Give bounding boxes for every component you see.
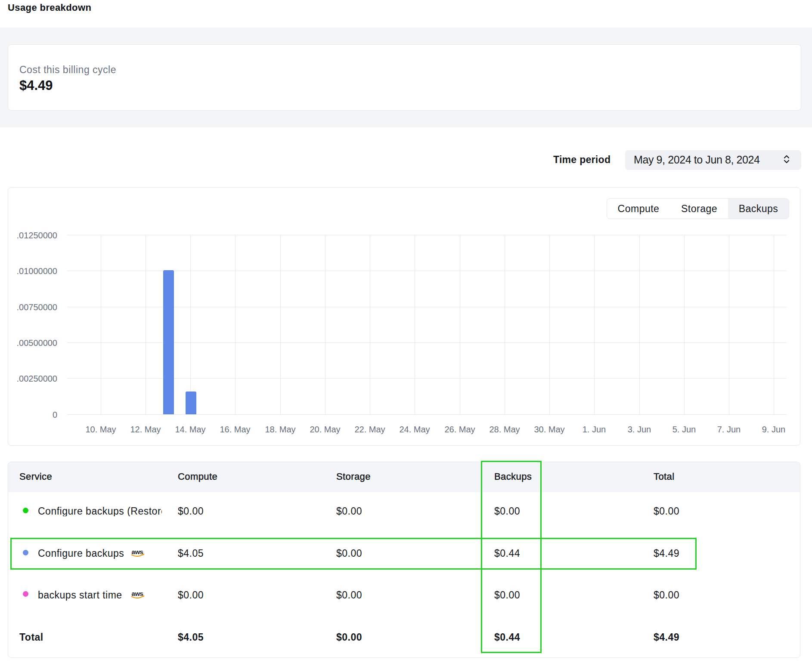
svg-text:aws: aws <box>132 590 143 597</box>
